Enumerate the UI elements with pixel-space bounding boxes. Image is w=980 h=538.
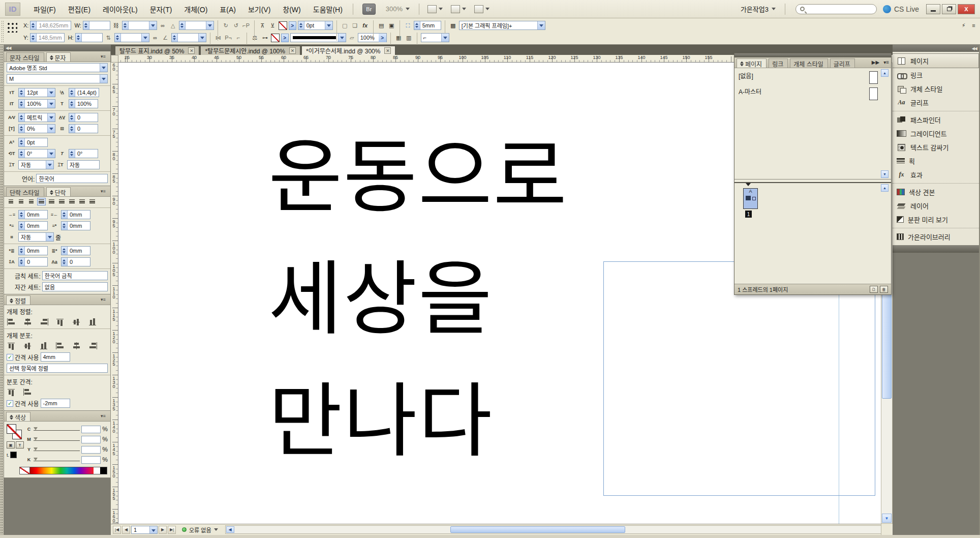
menu-도움말[interactable]: 도움말(H) bbox=[307, 2, 349, 16]
last-page-button[interactable]: ▶| bbox=[168, 526, 176, 534]
align-to-dropdown[interactable]: 선택 항목에 정렬 bbox=[7, 364, 108, 373]
menu-레이아웃[interactable]: 레이아웃(L) bbox=[97, 2, 144, 16]
y-position-field[interactable]: 148,5mm bbox=[30, 33, 65, 42]
width-field[interactable] bbox=[83, 21, 110, 30]
close-tab-icon[interactable]: ✕ bbox=[384, 47, 391, 54]
panel-menu-icon[interactable]: ▾≡ bbox=[101, 413, 109, 419]
tracking-field[interactable]: 0 bbox=[69, 113, 98, 122]
chevron-down-icon[interactable] bbox=[206, 21, 213, 29]
cyan-value-field[interactable] bbox=[81, 426, 101, 433]
spinner-icon[interactable] bbox=[298, 21, 304, 29]
rotate-ccw-icon[interactable]: ↺ bbox=[232, 21, 240, 30]
arrange-documents-dropdown[interactable] bbox=[474, 5, 489, 13]
distribute-bottom-button[interactable] bbox=[39, 342, 50, 350]
align-right-edges-button[interactable] bbox=[39, 318, 50, 326]
fill-apply-button[interactable]: > bbox=[281, 34, 289, 42]
wrap-bounding-icon[interactable]: ▣ bbox=[387, 21, 396, 30]
dock-item-links[interactable]: 링크 bbox=[893, 68, 979, 82]
yellow-value-field[interactable] bbox=[81, 446, 101, 454]
ruler-corner[interactable] bbox=[111, 55, 118, 63]
tab-color[interactable]: 색상 bbox=[6, 412, 30, 421]
align-right-button[interactable] bbox=[27, 198, 36, 205]
dropcap-chars-field[interactable]: 0 bbox=[61, 257, 90, 266]
spinner-icon[interactable] bbox=[19, 247, 25, 255]
chevron-down-icon[interactable] bbox=[47, 150, 55, 158]
corner-size-field[interactable]: 5mm bbox=[414, 21, 441, 30]
menu-파일[interactable]: 파일(F) bbox=[27, 2, 62, 16]
stroke-color-swatch[interactable] bbox=[279, 21, 287, 30]
cyan-slider[interactable] bbox=[34, 426, 80, 432]
justify-last-left-button[interactable] bbox=[37, 198, 46, 205]
clear-transform-icon[interactable]: ⌐ bbox=[234, 34, 243, 42]
link-scale-icon[interactable]: ∞ bbox=[159, 21, 167, 30]
scroll-down-arrow[interactable]: ▼ bbox=[882, 514, 892, 523]
left-indent-field[interactable]: 0mm bbox=[18, 210, 48, 219]
distribute-hcenter-button[interactable] bbox=[72, 342, 83, 350]
spinner-icon[interactable] bbox=[19, 150, 25, 158]
tsume-field[interactable]: 0 bbox=[69, 124, 98, 133]
grid-alignment2-dropdown[interactable]: 자동 bbox=[67, 160, 100, 169]
horizontal-scroll-thumb[interactable] bbox=[450, 526, 625, 533]
dock-item-library[interactable]: 가은라이브러리 bbox=[893, 230, 979, 244]
align-top-icon[interactable]: ▦ bbox=[394, 34, 403, 42]
master-a-thumbnail[interactable] bbox=[869, 87, 878, 100]
kinsoku-dropdown[interactable]: 한국어 금칙 bbox=[42, 271, 108, 280]
font-size-field[interactable]: 12pt bbox=[18, 88, 55, 97]
align-left-edges-button[interactable] bbox=[7, 318, 18, 326]
yellow-slider[interactable] bbox=[34, 446, 80, 453]
select-content-icon[interactable]: ⊻ bbox=[268, 21, 277, 30]
workspace-switcher[interactable]: 가은작업3 bbox=[736, 4, 781, 14]
menu-편집[interactable]: 편집(E) bbox=[62, 2, 97, 16]
chevron-down-icon[interactable] bbox=[149, 526, 157, 533]
magenta-slider[interactable] bbox=[34, 436, 80, 442]
default-swatch-icon[interactable]: t. bbox=[7, 453, 9, 458]
fill-color-swatch[interactable] bbox=[271, 34, 280, 42]
black-slider[interactable] bbox=[34, 457, 80, 463]
use-spacing2-checkbox[interactable]: ✓ bbox=[7, 400, 13, 407]
none-swatch[interactable] bbox=[20, 467, 30, 474]
align-horizontal-centers-button[interactable] bbox=[23, 318, 34, 326]
document-text[interactable]: 운동으로세상을만나다 bbox=[268, 116, 568, 482]
spinner-icon[interactable] bbox=[62, 211, 68, 219]
black-swatch[interactable] bbox=[10, 452, 17, 458]
flip-vertical-icon[interactable]: P¬ bbox=[224, 34, 233, 42]
scroll-up-arrow[interactable]: ▲ bbox=[881, 184, 889, 192]
panel-menu-icon[interactable]: ▾≡ bbox=[101, 296, 109, 303]
leading-field[interactable]: (14,4pt) bbox=[69, 88, 99, 97]
tab-paragraph-styles[interactable]: 단락 스타일 bbox=[6, 187, 44, 196]
page-number-field[interactable]: 1 bbox=[131, 526, 158, 534]
opacity-field[interactable]: 100%> bbox=[358, 33, 387, 42]
master-none-thumbnail[interactable] bbox=[869, 71, 878, 84]
spinner-icon[interactable] bbox=[172, 34, 178, 42]
spinner-icon[interactable] bbox=[62, 258, 68, 266]
spinner-icon[interactable] bbox=[30, 21, 37, 29]
align-bottom-edges-button[interactable] bbox=[88, 318, 99, 326]
first-page-button[interactable]: |◀ bbox=[113, 526, 121, 534]
spectrum-ramp[interactable] bbox=[30, 467, 94, 474]
distribute-vspace-button[interactable] bbox=[7, 388, 18, 397]
close-button[interactable]: X bbox=[958, 4, 975, 14]
grid-lines-dropdown[interactable]: 자동 bbox=[18, 232, 54, 242]
fill-stroke-proxy[interactable] bbox=[7, 424, 22, 439]
pages-panel-tab-개체 스타일[interactable]: 개체 스타일 bbox=[790, 58, 828, 68]
align-top-edges-button[interactable] bbox=[55, 318, 67, 326]
left-dock-collapse-bar[interactable]: ◀◀ bbox=[4, 45, 111, 51]
masters-scrollbar[interactable]: ▲ ▼ bbox=[881, 69, 889, 178]
master-row-none[interactable]: [없음] bbox=[734, 68, 891, 81]
select-container-icon[interactable]: ⊼ bbox=[258, 21, 267, 30]
menu-보기[interactable]: 보기(V) bbox=[242, 2, 277, 16]
vertical-scale-field[interactable]: 100% bbox=[18, 99, 55, 108]
go-to-child-icon[interactable]: ⊶ bbox=[261, 34, 269, 42]
dropcap-lines-field[interactable]: 0 bbox=[18, 257, 48, 266]
space-before-field[interactable]: 0mm bbox=[18, 246, 48, 255]
flip-horizontal-icon[interactable]: ⌐P bbox=[242, 21, 251, 30]
dock-item-objstyles[interactable]: 개체 스타일 bbox=[893, 82, 979, 96]
distribute-top-button[interactable] bbox=[7, 342, 18, 350]
chevron-down-icon[interactable] bbox=[149, 21, 157, 29]
stroke-weight-field[interactable]: 0pt bbox=[298, 21, 333, 30]
left-dock-grip[interactable] bbox=[0, 45, 4, 535]
spinner-icon[interactable] bbox=[30, 34, 37, 42]
align-center-icon[interactable]: ▥ bbox=[405, 34, 413, 42]
aki-field[interactable]: 0% bbox=[18, 124, 55, 133]
spinner-icon[interactable] bbox=[69, 100, 75, 108]
